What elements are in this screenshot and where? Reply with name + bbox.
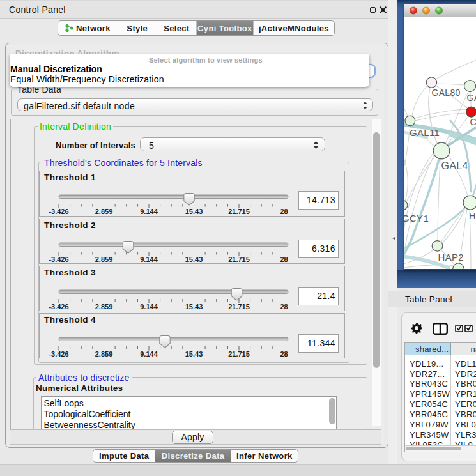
svg-text:C: C [470,117,476,127]
svg-text:15.43: 15.43 [185,303,203,311]
svg-text:-3.426: -3.426 [49,256,68,263]
svg-text:GCY1: GCY1 [404,213,429,224]
svg-text:9.144: 9.144 [140,256,158,263]
svg-text:HAP2: HAP2 [438,252,464,263]
svg-text:28: 28 [280,207,288,215]
svg-text:2.859: 2.859 [95,207,113,215]
svg-text:9.144: 9.144 [140,350,158,358]
svg-text:H: H [469,211,476,221]
svg-text:2.859: 2.859 [95,256,113,263]
svg-text:28: 28 [280,256,288,263]
svg-text:-3.426: -3.426 [49,207,68,215]
svg-text:-3.426: -3.426 [49,303,68,311]
svg-text:21.715: 21.715 [228,303,250,311]
svg-text:9.144: 9.144 [140,207,158,215]
svg-text:21.715: 21.715 [228,207,250,215]
svg-text:2.859: 2.859 [95,350,113,358]
svg-text:15.43: 15.43 [185,350,203,358]
svg-text:21.715: 21.715 [228,350,250,358]
svg-text:28: 28 [280,303,288,311]
svg-text:GAL4: GAL4 [441,160,468,171]
svg-text:GAL80: GAL80 [432,88,461,98]
svg-text:15.43: 15.43 [185,207,203,215]
svg-text:15.43: 15.43 [185,256,203,263]
svg-text:GA: GA [467,93,476,103]
svg-text:-3.426: -3.426 [49,350,68,358]
svg-text:21.715: 21.715 [228,256,250,263]
svg-text:2.859: 2.859 [95,303,113,311]
svg-text:28: 28 [280,350,288,358]
svg-text:9.144: 9.144 [140,303,158,311]
svg-text:GAL11: GAL11 [410,127,440,138]
